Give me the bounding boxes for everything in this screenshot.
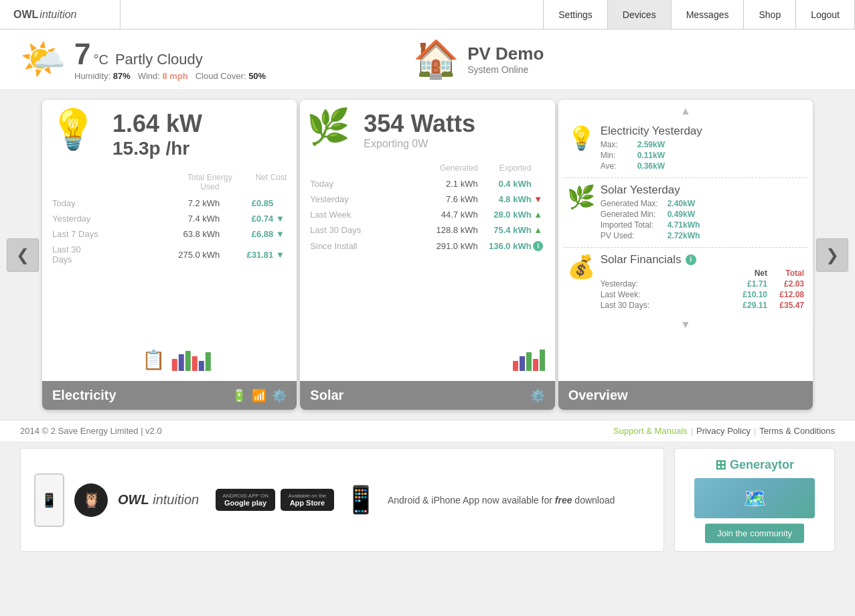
electricity-title: Electricity xyxy=(52,388,116,403)
fin-row1-net: £10.10 xyxy=(730,290,767,299)
solar-icon: 🌿 xyxy=(307,106,350,147)
generaytor-title: ⊞ Generaytor xyxy=(715,457,794,473)
nav-messages[interactable]: Messages xyxy=(671,0,744,29)
elec-max-label: Max: xyxy=(601,140,637,149)
nav-shop[interactable]: Shop xyxy=(743,0,795,29)
fin-row1-label: Last Week: xyxy=(601,290,730,299)
solar-pv-label: PV Used: xyxy=(601,231,668,240)
solar-gen-min-label: Generated Min: xyxy=(601,210,668,219)
cards-area: ❮ 💡 1.64 kW 15.3p /hr Total Energy Used … xyxy=(0,90,855,420)
settings-icon[interactable]: ⚙️ xyxy=(272,388,287,403)
electricity-rate: 15.3p /hr xyxy=(112,138,287,159)
fin-row1-total: £12.08 xyxy=(767,290,804,299)
generaytor-join-button[interactable]: Join the community xyxy=(705,524,804,543)
elec-yesterday-title: Electricity Yesterday xyxy=(601,125,804,138)
system-section: 🏠 PV Demo System Online xyxy=(413,37,544,81)
nav-devices[interactable]: Devices xyxy=(607,0,671,29)
solar-fin-icon: 💰 xyxy=(567,253,595,280)
overview-card: ▲ 💡 Electricity Yesterday Max: 2.59kW Mi… xyxy=(558,100,813,410)
solar-row-today: Today 2.1 kWh 0.4 kWh xyxy=(310,176,544,191)
footer-bar: 2014 © 2 Save Energy Limited | v2.0 Supp… xyxy=(0,420,855,441)
elec-max-value: 2.59kW xyxy=(637,140,665,149)
solar-chart[interactable] xyxy=(513,348,545,371)
fin-total-header: Total xyxy=(767,268,804,278)
solar-row-30days: Last 30 Days 128.8 kWh 75.4 kWh ▲ xyxy=(310,222,544,238)
electricity-card-footer: Electricity 🔋 📶 ⚙️ xyxy=(42,381,297,410)
terms-link[interactable]: Terms & Conditions xyxy=(759,426,835,436)
header: OWL intuition Settings Devices Messages … xyxy=(0,0,855,29)
info-bar: 🌤️ 7 °C Partly Cloudy Humidity: 87% Wind… xyxy=(0,29,855,90)
solar-title: Solar xyxy=(310,388,343,403)
elec-min-value: 0.11kW xyxy=(637,151,665,160)
electricity-card-body: 💡 1.64 kW 15.3p /hr Total Energy Used Ne… xyxy=(42,100,297,381)
battery-icon[interactable]: 🔋 xyxy=(232,388,246,403)
weather-temp: 7 xyxy=(74,37,90,71)
banners-area: 📱 🦉 OWL intuition ANDROID APP ON Google … xyxy=(0,441,855,565)
google-play-badge[interactable]: ANDROID APP ON Google play xyxy=(216,489,275,511)
solar-card: 🌿 354 Watts Exporting 0W Generated Expor… xyxy=(300,100,554,410)
elec-row-30days: Last 30Days 275.0 kWh £31.81 ▼ xyxy=(52,242,287,268)
solar-row-week: Last Week 44.7 kWh 28.0 kWh ▲ xyxy=(310,207,544,222)
bulb-icon: 💡 xyxy=(49,106,97,152)
generaytor-map: 🗺️ xyxy=(694,478,815,518)
humidity-value: 87% xyxy=(113,71,131,81)
overview-scroll-down[interactable]: ▼ xyxy=(564,317,807,333)
system-status: System Online xyxy=(467,64,544,75)
elec-min-label: Min: xyxy=(601,151,637,160)
footer-links: Support & Manuals | Privacy Policy | Ter… xyxy=(613,426,835,436)
nav-logout[interactable]: Logout xyxy=(795,0,855,29)
sep2: | xyxy=(754,426,756,436)
prev-arrow[interactable]: ❮ xyxy=(7,238,39,272)
solar-fin-info-icon[interactable]: i xyxy=(686,254,696,265)
solar-card-body: 🌿 354 Watts Exporting 0W Generated Expor… xyxy=(300,100,554,381)
elec-ave-value: 0.36kW xyxy=(637,161,665,171)
elec-col2-header: Net Cost xyxy=(240,173,287,192)
fin-row2-net: £29.11 xyxy=(730,301,767,310)
solar-power: 354 Watts xyxy=(364,110,544,138)
electricity-footer-icons: 🔋 📶 ⚙️ xyxy=(232,388,287,403)
fin-row0-total: £2.03 xyxy=(767,279,804,289)
nav: Settings Devices Messages Shop Logout xyxy=(543,0,855,29)
solar-row-yesterday: Yesterday 7.6 kWh 4.8 kWh ▼ xyxy=(310,191,544,207)
house-icon: 🏠 xyxy=(413,37,459,81)
elec-ave-label: Ave: xyxy=(601,161,637,171)
solar-yesterday-icon: 🌿 xyxy=(567,183,595,210)
solar-pv-value: 2.72kWh xyxy=(668,231,700,240)
solar-settings-icon[interactable]: ⚙️ xyxy=(530,389,545,402)
filter-icon[interactable]: 📶 xyxy=(252,388,266,403)
solar-col1-header: Generated xyxy=(420,163,477,173)
elec-col1-header: Total Energy Used xyxy=(179,173,240,192)
google-play-store: Google play xyxy=(224,499,266,507)
app-store-name: App Store xyxy=(290,499,325,507)
electricity-rows: Today 7.2 kWh £0.85 Yesterday 7.4 kWh £0… xyxy=(52,196,287,268)
fin-net-header: Net xyxy=(730,268,767,278)
owl-banner-text: Android & iPhone App now available for f… xyxy=(388,495,615,506)
weather-section: 🌤️ 7 °C Partly Cloudy Humidity: 87% Wind… xyxy=(20,37,266,81)
privacy-link[interactable]: Privacy Policy xyxy=(696,426,751,436)
elec-row-yesterday: Yesterday 7.4 kWh £0.74 ▼ xyxy=(52,211,287,226)
solar-gen-max-value: 2.40kW xyxy=(668,199,695,208)
weather-description: Partly Cloudy xyxy=(115,51,203,68)
fin-row2-total: £35.47 xyxy=(767,301,804,310)
generaytor-banner[interactable]: ⊞ Generaytor 🗺️ Join the community xyxy=(674,448,835,552)
next-arrow[interactable]: ❯ xyxy=(816,238,848,272)
overview-card-body: ▲ 💡 Electricity Yesterday Max: 2.59kW Mi… xyxy=(558,100,813,381)
fin-row0-label: Yesterday: xyxy=(601,279,730,289)
electricity-chart[interactable] xyxy=(172,348,211,371)
solar-gen-min-value: 0.49kW xyxy=(668,210,695,219)
app-store-label: Available on the xyxy=(289,493,327,499)
logo: OWL intuition xyxy=(0,0,121,29)
solar-card-footer: Solar ⚙️ xyxy=(300,381,554,410)
google-play-label: ANDROID APP ON xyxy=(222,493,268,499)
solar-export: Exporting 0W xyxy=(364,138,544,150)
solar-imp-label: Imported Total: xyxy=(601,220,668,230)
support-link[interactable]: Support & Manuals xyxy=(613,426,688,436)
copyright: 2014 © 2 Save Energy Limited | v2.0 xyxy=(20,426,162,436)
app-store-badge[interactable]: Available on the App Store xyxy=(281,489,334,511)
solar-yesterday-title: Solar Yesterday xyxy=(601,183,804,197)
overview-scroll-up[interactable]: ▲ xyxy=(564,103,807,119)
owl-banner-logo-area: 🦉 xyxy=(74,483,108,517)
csv-download-icon[interactable]: 📋 xyxy=(142,349,165,371)
owl-logo-text: OWL intuition xyxy=(118,492,199,508)
nav-settings[interactable]: Settings xyxy=(543,0,607,29)
